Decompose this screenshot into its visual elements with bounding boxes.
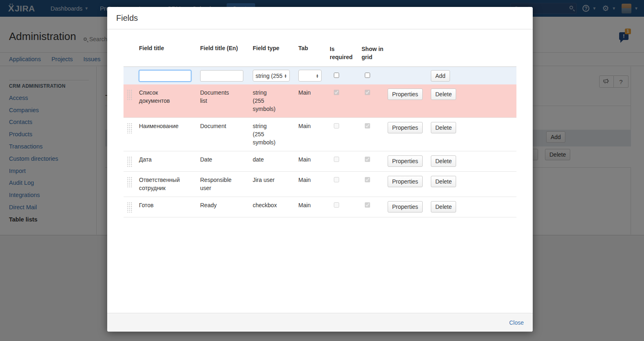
field-title-en-cell: Date bbox=[200, 155, 236, 164]
drag-handle-icon[interactable] bbox=[127, 156, 132, 167]
show-in-grid-checkbox bbox=[365, 157, 370, 162]
col-header-field-title-en: Field title (En) bbox=[200, 45, 253, 51]
properties-button[interactable]: Properties bbox=[388, 201, 423, 213]
is-required-checkbox bbox=[334, 177, 339, 182]
fields-modal: Fields Field title Field title (En) Fiel… bbox=[107, 7, 533, 332]
field-title-cell: Список документов bbox=[139, 89, 187, 105]
modal-body: Field title Field title (En) Field type … bbox=[107, 29, 533, 313]
show-in-grid-checkbox bbox=[365, 123, 370, 128]
is-required-checkbox bbox=[334, 123, 339, 128]
delete-button[interactable]: Delete bbox=[431, 122, 456, 133]
add-field-button[interactable]: Add bbox=[431, 70, 450, 82]
field-type-cell: string (255 symbols) bbox=[253, 89, 280, 113]
drag-handle-icon[interactable] bbox=[127, 177, 132, 187]
select-arrows-icon: ▲▼ bbox=[316, 74, 319, 78]
field-title-en-cell: Ready bbox=[200, 201, 236, 209]
delete-button[interactable]: Delete bbox=[431, 176, 456, 187]
new-field-row: string (255 ▲▼ ▲▼ Add bbox=[124, 67, 516, 84]
field-type-cell: checkbox bbox=[253, 201, 280, 209]
field-row: Готов Ready checkbox Main Properties Del… bbox=[124, 197, 516, 217]
is-required-checkbox bbox=[334, 157, 339, 162]
field-tab-cell: Main bbox=[298, 89, 329, 97]
properties-button[interactable]: Properties bbox=[388, 122, 423, 133]
drag-handle-icon[interactable] bbox=[127, 202, 132, 213]
table-bottom-border bbox=[124, 217, 516, 217]
close-modal-link[interactable]: Close bbox=[509, 319, 524, 326]
field-type-cell: string (255 symbols) bbox=[253, 122, 280, 146]
modal-title: Fields bbox=[116, 13, 138, 23]
new-field-required-checkbox[interactable] bbox=[334, 73, 339, 78]
properties-button[interactable]: Properties bbox=[388, 89, 423, 100]
field-title-en-cell: Documents list bbox=[200, 89, 236, 105]
field-tab-cell: Main bbox=[298, 155, 329, 164]
field-title-cell: Дата bbox=[139, 155, 187, 164]
new-field-tab-select[interactable]: ▲▼ bbox=[298, 70, 322, 82]
field-type-cell: date bbox=[253, 155, 280, 164]
col-header-tab: Tab bbox=[298, 45, 329, 51]
drag-handle-icon[interactable] bbox=[127, 89, 132, 100]
new-field-ingrid-checkbox[interactable] bbox=[365, 73, 370, 78]
field-tab-cell: Main bbox=[298, 122, 329, 130]
properties-button[interactable]: Properties bbox=[388, 155, 423, 167]
new-field-title-en-input[interactable] bbox=[200, 70, 243, 82]
field-row: Наименование Document string (255 symbol… bbox=[124, 117, 516, 151]
modal-header: Fields bbox=[107, 7, 533, 29]
col-header-field-title: Field title bbox=[139, 45, 200, 51]
show-in-grid-checkbox bbox=[365, 177, 370, 182]
delete-button[interactable]: Delete bbox=[431, 201, 456, 213]
modal-footer: Close bbox=[107, 313, 533, 332]
field-title-cell: Готов bbox=[139, 201, 187, 209]
field-row: Ответственный сотрудник Responsible user… bbox=[124, 171, 516, 197]
drag-handle-icon[interactable] bbox=[127, 123, 132, 133]
is-required-checkbox bbox=[334, 90, 339, 95]
field-tab-cell: Main bbox=[298, 176, 329, 184]
field-title-cell: Наименование bbox=[139, 122, 187, 130]
field-row: Дата Date date Main Properties Delete bbox=[124, 151, 516, 171]
col-header-field-type: Field type bbox=[253, 45, 298, 51]
col-header-show-in-grid: Show in grid bbox=[362, 45, 387, 61]
properties-button[interactable]: Properties bbox=[388, 176, 423, 187]
new-field-title-input[interactable] bbox=[139, 70, 191, 82]
field-type-cell: Jira user bbox=[253, 176, 280, 184]
fields-table: Field title Field title (En) Field type … bbox=[124, 45, 516, 217]
col-header-is-required: Is required bbox=[330, 45, 355, 61]
is-required-checkbox bbox=[334, 202, 339, 208]
delete-button[interactable]: Delete bbox=[431, 89, 456, 100]
delete-button[interactable]: Delete bbox=[431, 155, 456, 167]
show-in-grid-checkbox bbox=[365, 90, 370, 95]
field-title-en-cell: Responsible user bbox=[200, 176, 236, 192]
fields-table-header: Field title Field title (En) Field type … bbox=[124, 45, 516, 67]
fields-rows: Список документов Documents list string … bbox=[124, 84, 516, 217]
field-row: Список документов Documents list string … bbox=[124, 84, 516, 117]
new-field-type-select[interactable]: string (255 ▲▼ bbox=[253, 70, 290, 82]
field-title-cell: Ответственный сотрудник bbox=[139, 176, 187, 192]
show-in-grid-checkbox bbox=[365, 202, 370, 208]
field-title-en-cell: Document bbox=[200, 122, 236, 130]
field-tab-cell: Main bbox=[298, 201, 329, 209]
select-arrows-icon: ▲▼ bbox=[284, 74, 287, 78]
